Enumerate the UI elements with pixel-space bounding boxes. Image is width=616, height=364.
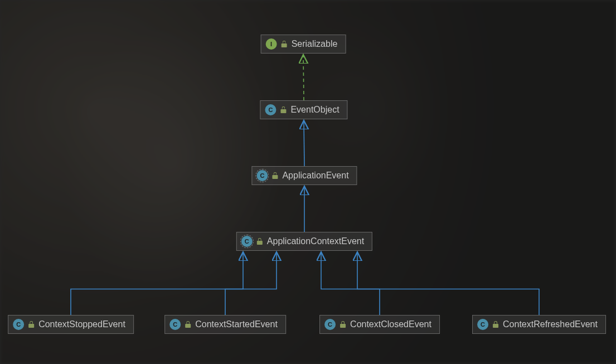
node-label: ContextStoppedEvent [38,319,125,329]
node-label: ContextRefreshedEvent [503,319,598,329]
class-badge-icon: C [324,319,336,330]
node-label: ContextClosedEvent [350,319,431,329]
lock-icon [272,172,278,179]
node-application-event[interactable]: CApplicationEvent [251,166,357,185]
node-label: Serializable [292,39,338,49]
node-label: ContextStartedEvent [195,319,278,329]
class-badge-icon: C [265,104,276,115]
lock-icon [185,321,191,328]
node-ctx-started[interactable]: CContextStartedEvent [164,315,286,334]
lock-icon [28,321,34,328]
node-label: EventObject [290,105,339,115]
abstract-badge-icon: C [256,170,268,181]
class-badge-icon: C [477,319,488,330]
node-label: ApplicationEvent [282,171,348,181]
node-ctx-refreshed[interactable]: CContextRefreshedEvent [472,315,606,334]
lock-icon [280,106,286,113]
lock-icon [493,321,498,328]
node-ctx-closed[interactable]: CContextClosedEvent [319,315,440,334]
lock-icon [257,238,263,245]
node-ctx-stopped[interactable]: CContextStoppedEvent [8,315,134,334]
class-badge-icon: C [13,319,24,330]
node-serializable[interactable]: ISerializable [261,35,346,54]
interface-badge-icon: I [266,38,277,50]
lock-icon [340,321,346,328]
lock-icon [282,41,287,47]
node-event-object[interactable]: CEventObject [260,100,347,119]
node-application-ctx-event[interactable]: CApplicationContextEvent [236,232,372,251]
abstract-badge-icon: C [241,236,253,247]
node-label: ApplicationContextEvent [267,236,364,246]
class-badge-icon: C [169,319,181,330]
